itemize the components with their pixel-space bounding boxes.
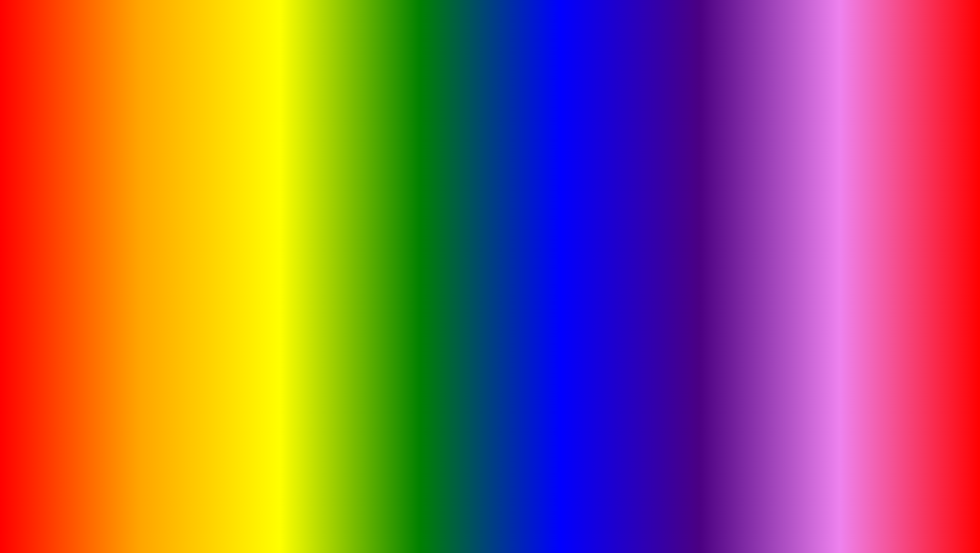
logo-blox-text: BLOX xyxy=(863,509,893,519)
label-smooth-no-lag: SMOOTH NO LAG xyxy=(704,156,930,187)
right-panel-content: master hub Chip Cần Mua : Bird: Phoenix … xyxy=(695,193,937,313)
chip-can-mua-row[interactable]: Chip Cần Mua : Bird: Phoenix ▼ xyxy=(700,206,937,223)
select-item-farm-title: Select Item Farm xyxy=(58,206,295,217)
nav-update20[interactable]: ✕ Update 20 xyxy=(48,227,79,244)
item-farm-dropdown[interactable]: Chon Item Farm : Melee ▼ xyxy=(58,222,295,239)
right-nav-main[interactable]: 🛡 Main xyxy=(690,193,721,207)
right-nav-update20-label: Update 20 xyxy=(702,229,720,241)
auto-lay-fruit-checkbox[interactable] xyxy=(922,232,930,240)
right-nav-weapons-label: Weapons xyxy=(702,214,726,220)
right-panel-header: master hub xyxy=(700,193,937,200)
auto-lay-fruit-row[interactable]: Auto Lấy Fruit Dưới 1M xyxy=(700,227,937,245)
farm-section-title: Farm xyxy=(58,244,295,255)
right-nav-update20[interactable]: ✕ Update 20 xyxy=(690,227,721,244)
treo-tien-checkbox[interactable] xyxy=(922,296,930,304)
right-shield-icon: 🛡 xyxy=(693,195,701,204)
svg-point-24 xyxy=(846,513,850,516)
update-text-container: UPDATE 20 SCRIPT PASTEBIN xyxy=(163,469,817,534)
smooth-no-lag-text: SMOOTH NO LAG xyxy=(704,156,930,187)
svg-rect-16 xyxy=(465,336,489,352)
blox-fruits-logo-br: BLOX FRUITS xyxy=(829,503,940,534)
shield-icon: 🛡 xyxy=(51,195,59,204)
free-text: FREE xyxy=(585,308,681,336)
dropdown-arrow-1: ▼ xyxy=(282,227,288,234)
update-num: 20 xyxy=(394,469,455,534)
right-x-icon-2: ✕ xyxy=(693,231,699,240)
nav-weapons-label: Weapons xyxy=(60,214,84,220)
right-nav-weapons[interactable]: ✕ Weapons xyxy=(690,210,721,224)
free-no-key-label: FREE NO KEY !! xyxy=(585,308,681,359)
no-key-text: NO KEY !! xyxy=(585,336,681,359)
right-panel: 🛡 Main ✕ Weapons ✕ Update 20 📊 Race V4 xyxy=(687,184,945,321)
right-nav-main-label: Main xyxy=(704,197,716,203)
kill-aura-checkbox[interactable] xyxy=(922,274,930,283)
nav-main[interactable]: 🛡 Main xyxy=(48,193,79,207)
nav-main-label: Main xyxy=(62,197,74,203)
x-icon-1: ✕ xyxy=(51,212,57,222)
farm-mode-dropdown[interactable]: Chon Chế Độ Farm : Farm Theo Lever ▼ xyxy=(58,259,295,275)
nav-weapons[interactable]: ✕ Weapons xyxy=(48,210,79,224)
right-chart-icon: 📊 xyxy=(693,251,703,260)
title-container: BLOX FRUITS xyxy=(4,14,976,119)
bat-dau-farm-checkbox[interactable] xyxy=(280,284,288,292)
character-display xyxy=(401,146,579,425)
nav-update20-label: Update 20 xyxy=(60,229,78,241)
svg-rect-13 xyxy=(466,273,514,281)
treo-tien-row[interactable]: Treo Tiền F xyxy=(700,291,937,308)
svg-rect-14 xyxy=(467,291,487,341)
svg-rect-19 xyxy=(515,227,531,273)
right-nav-racev4-label: Race V4 xyxy=(706,249,719,261)
right-x-icon-1: ✕ xyxy=(693,212,699,222)
svg-rect-15 xyxy=(493,291,513,341)
x-icon-2: ✕ xyxy=(51,231,57,240)
dropdown-arrow-2: ▼ xyxy=(282,264,288,271)
main-title: BLOX FRUITS xyxy=(163,14,817,119)
script-word: SCRIPT xyxy=(461,478,609,525)
start-kill-checkbox[interactable] xyxy=(922,253,930,261)
label-best-top: THE BEST TOP !! xyxy=(55,156,271,187)
update-word: UPDATE xyxy=(163,469,388,534)
skull-logo-icon xyxy=(829,503,859,534)
right-nav-racev4[interactable]: 📊 Race V4 xyxy=(690,247,721,264)
kill-aura-row[interactable]: Kill Aura xyxy=(700,270,937,287)
svg-rect-17 xyxy=(492,336,516,352)
svg-line-4 xyxy=(43,278,84,326)
start-kill-row[interactable]: Start + kill + Qua Đảo xyxy=(700,249,937,266)
best-top-text: THE BEST TOP !! xyxy=(55,156,271,187)
svg-rect-18 xyxy=(449,227,465,273)
right-panel-sidenav: 🛡 Main ✕ Weapons ✕ Update 20 📊 Race V4 xyxy=(688,185,723,320)
background: BLOX FRUITS THE BEST TOP !! SMOOTH NO LA… xyxy=(4,4,976,549)
chip-dropdown-arrow: ▼ xyxy=(924,212,930,219)
logo-fruits-text: FRUITS xyxy=(863,519,893,528)
svg-point-23 xyxy=(838,513,841,516)
left-panel-header: master hub xyxy=(58,193,295,200)
pastebin-word: PASTEBIN xyxy=(615,478,818,525)
character-svg xyxy=(401,146,579,425)
